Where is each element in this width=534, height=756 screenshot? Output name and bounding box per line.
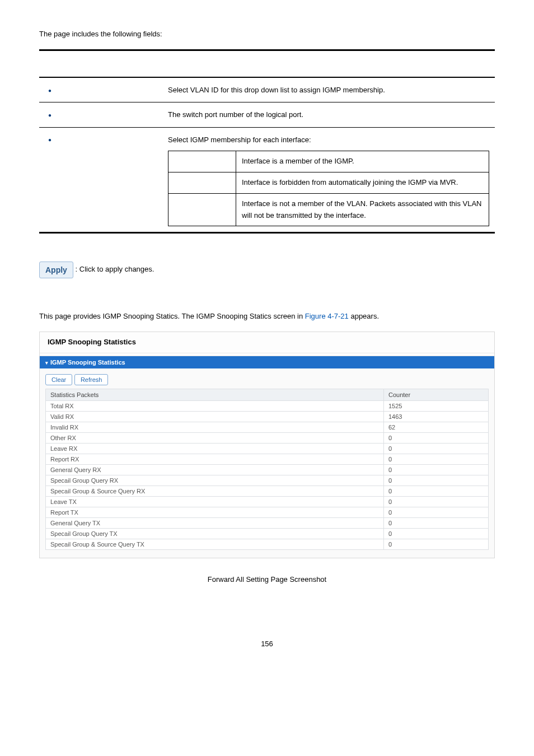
stat-value: 0 xyxy=(384,497,489,507)
intro-text: The page includes the following fields: xyxy=(39,30,495,38)
sub-buttons: Clear Refresh xyxy=(45,374,489,385)
stat-name: Specail Group & Source Query RX xyxy=(46,486,384,497)
stat-name: Specail Group Query RX xyxy=(46,475,384,486)
bullet-icon: ● xyxy=(45,86,55,96)
stat-value: 0 xyxy=(384,529,489,539)
mode-desc: Interface is not a member of the VLAN. P… xyxy=(236,193,489,226)
stat-name: Valid RX xyxy=(46,412,384,422)
statistics-panel: IGMP Snooping Statistics ▾IGMP Snooping … xyxy=(39,332,495,558)
apply-button[interactable]: Apply xyxy=(39,262,73,278)
table-row: Specail Group Query TX0 xyxy=(46,529,489,539)
sub-panel-body: Clear Refresh Statistics Packets Counter… xyxy=(40,368,494,558)
obj-cell: ● xyxy=(39,127,162,233)
table-row: Specail Group & Source Query RX0 xyxy=(46,486,489,497)
table-row: Other RX0 xyxy=(46,433,489,444)
th-description xyxy=(162,50,495,78)
th-packets: Statistics Packets xyxy=(46,389,384,401)
desc-cell: Select IGMP membership for each interfac… xyxy=(162,127,495,233)
stat-value: 0 xyxy=(384,486,489,497)
stat-name: General Query RX xyxy=(46,465,384,475)
stat-value: 62 xyxy=(384,422,489,433)
stat-name: Invalid RX xyxy=(46,422,384,433)
th-object xyxy=(39,50,162,78)
sub-panel-header[interactable]: ▾IGMP Snooping Statistics xyxy=(40,356,494,368)
stat-value: 0 xyxy=(384,433,489,444)
mode-table: Interface is a member of the IGMP. Inter… xyxy=(168,151,489,226)
table-row: Report TX0 xyxy=(46,507,489,518)
panel-title: IGMP Snooping Statistics xyxy=(40,332,494,353)
stat-name: General Query TX xyxy=(46,518,384,529)
stat-value: 0 xyxy=(384,444,489,454)
stat-value: 0 xyxy=(384,465,489,475)
apply-desc: : Click to apply changes. xyxy=(76,265,154,274)
obj-cell: ● xyxy=(39,102,162,127)
table-row: Specail Group Query RX0 xyxy=(46,475,489,486)
stat-value: 0 xyxy=(384,518,489,529)
stat-value: 1463 xyxy=(384,412,489,422)
sub-panel-title: IGMP Snooping Statistics xyxy=(50,359,125,366)
field-table: ● Select VLAN ID for this drop down list… xyxy=(39,49,495,234)
table-row: Leave RX0 xyxy=(46,444,489,454)
table-row: General Query TX0 xyxy=(46,518,489,529)
buttons-section: Apply : Click to apply changes. xyxy=(39,262,495,278)
stat-value: 0 xyxy=(384,475,489,486)
desc-post: appears. xyxy=(349,312,379,320)
page-number: 156 xyxy=(39,640,495,648)
desc-cell: Select VLAN ID for this drop down list t… xyxy=(162,77,495,102)
bullet-icon: ● xyxy=(45,135,55,145)
table-row: Specail Group & Source Query TX0 xyxy=(46,539,489,550)
clear-button[interactable]: Clear xyxy=(45,374,72,385)
mode-name xyxy=(168,172,236,193)
obj-cell: ● xyxy=(39,77,162,102)
mode-desc: Interface is a member of the IGMP. xyxy=(236,151,489,172)
stat-name: Specail Group & Source Query TX xyxy=(46,539,384,550)
table-row: Total RX1525 xyxy=(46,401,489,412)
table-row: General Query RX0 xyxy=(46,465,489,475)
stat-value: 0 xyxy=(384,539,489,550)
desc-text: Select IGMP membership for each interfac… xyxy=(168,133,489,146)
stat-name: Report TX xyxy=(46,507,384,518)
figure-link[interactable]: Figure 4-7-21 xyxy=(305,312,349,320)
section-desc: This page provides IGMP Snooping Statics… xyxy=(39,312,495,320)
stat-name: Leave TX xyxy=(46,497,384,507)
table-row: Valid RX1463 xyxy=(46,412,489,422)
stat-name: Leave RX xyxy=(46,444,384,454)
stat-name: Report RX xyxy=(46,454,384,465)
figure-caption: Forward All Setting Page Screenshot xyxy=(39,575,495,584)
table-row: Leave TX0 xyxy=(46,497,489,507)
stat-value: 0 xyxy=(384,507,489,518)
stat-name: Total RX xyxy=(46,401,384,412)
refresh-button[interactable]: Refresh xyxy=(74,374,109,385)
collapse-icon: ▾ xyxy=(45,360,48,366)
stat-value: 0 xyxy=(384,454,489,465)
desc-cell: The switch port number of the logical po… xyxy=(162,102,495,127)
th-counter: Counter xyxy=(384,389,489,401)
stat-name: Other RX xyxy=(46,433,384,444)
mode-desc: Interface is forbidden from automaticall… xyxy=(236,172,489,193)
table-row: Report RX0 xyxy=(46,454,489,465)
mode-name xyxy=(168,193,236,226)
table-row: Invalid RX62 xyxy=(46,422,489,433)
stat-name: Specail Group Query TX xyxy=(46,529,384,539)
stat-value: 1525 xyxy=(384,401,489,412)
desc-pre: This page provides IGMP Snooping Statics… xyxy=(39,312,305,320)
bullet-icon: ● xyxy=(45,110,55,120)
mode-name xyxy=(168,151,236,172)
stats-table: Statistics Packets Counter Total RX1525V… xyxy=(45,389,489,550)
